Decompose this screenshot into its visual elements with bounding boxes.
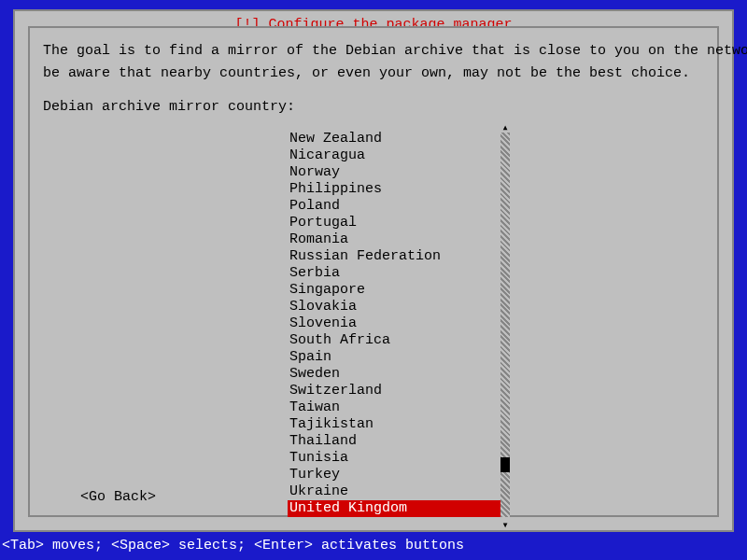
- list-item[interactable]: Poland: [288, 198, 512, 215]
- list-item[interactable]: Thailand: [288, 433, 512, 450]
- list-item[interactable]: Switzerland: [288, 383, 512, 399]
- list-item[interactable]: Russian Federation: [288, 248, 512, 265]
- prompt-label: Debian archive mirror country:: [43, 99, 704, 116]
- list-item[interactable]: Philippines: [288, 181, 512, 198]
- list-item[interactable]: Serbia: [288, 265, 512, 282]
- list-item[interactable]: Singapore: [288, 282, 512, 299]
- list-item[interactable]: Spain: [288, 349, 512, 366]
- dialog-box: The goal is to find a mirror of the Debi…: [28, 26, 719, 517]
- list-item[interactable]: Ukraine: [288, 483, 512, 500]
- list-item[interactable]: Norway: [288, 164, 512, 181]
- list-item[interactable]: Slovenia: [288, 315, 512, 332]
- list-item[interactable]: Turkey: [288, 467, 512, 483]
- goal-line-1: The goal is to find a mirror of the Debi…: [43, 43, 704, 60]
- goal-line-2: be aware that nearby countries, or even …: [43, 65, 704, 82]
- scrollbar[interactable]: [500, 133, 510, 517]
- list-item[interactable]: Nicaragua: [288, 147, 512, 164]
- list-item[interactable]: United Kingdom: [288, 500, 500, 517]
- list-item[interactable]: New Zealand: [288, 131, 512, 147]
- list-item[interactable]: South Africa: [288, 332, 512, 349]
- list-item[interactable]: Sweden: [288, 366, 512, 383]
- list-item[interactable]: Taiwan: [288, 399, 512, 416]
- installer-screen: [!] Configure the package manager The go…: [13, 9, 734, 532]
- list-item[interactable]: Tunisia: [288, 450, 512, 467]
- list-item[interactable]: Portugal: [288, 215, 512, 231]
- country-list[interactable]: New ZealandNicaraguaNorwayPhilippinesPol…: [288, 131, 512, 517]
- list-item[interactable]: Tajikistan: [288, 416, 512, 433]
- scrollbar-thumb[interactable]: [500, 457, 510, 472]
- scroll-down-icon[interactable]: ▾: [500, 517, 510, 530]
- list-item[interactable]: Romania: [288, 231, 512, 248]
- keyboard-hints: <Tab> moves; <Space> selects; <Enter> ac…: [2, 538, 464, 554]
- go-back-button[interactable]: <Go Back>: [80, 489, 156, 506]
- scroll-up-icon[interactable]: ▴: [500, 119, 510, 133]
- list-item[interactable]: Slovakia: [288, 299, 512, 315]
